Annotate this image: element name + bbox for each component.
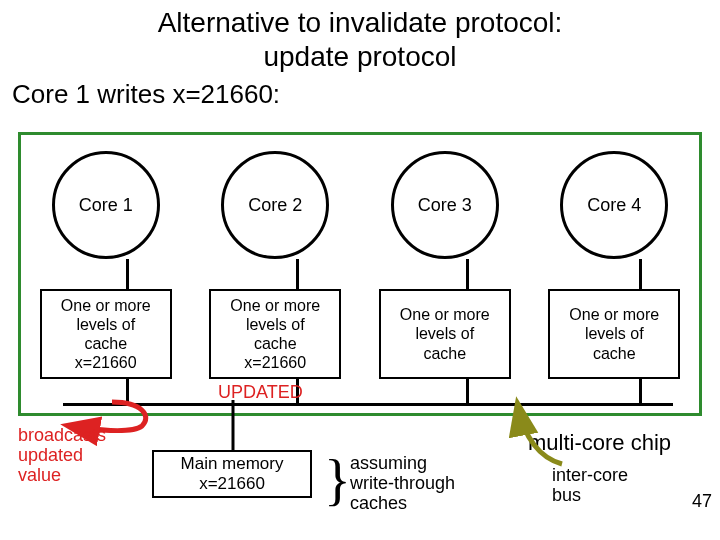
label-text: inter-core [552, 465, 628, 485]
title-line-1: Alternative to invalidate protocol: [158, 7, 563, 38]
label-text: bus [552, 485, 581, 505]
cache-value: x=21660 [75, 353, 137, 372]
label-text: assuming [350, 453, 427, 473]
core-4: Core 4 [560, 151, 668, 259]
connector-line [466, 379, 469, 403]
cache-text: cache [593, 344, 636, 363]
connector-line [639, 379, 642, 403]
caches-row: One or more levels of cache x=21660 One … [21, 289, 699, 379]
cache-text: cache [254, 334, 297, 353]
cache-text: One or more [400, 305, 490, 324]
cache-core-2: One or more levels of cache x=21660 [209, 289, 341, 379]
cache-text: levels of [585, 324, 644, 343]
label-text: write-through [350, 473, 455, 493]
cache-core-3: One or more levels of cache [379, 289, 511, 379]
slide-subtitle: Core 1 writes x=21660: [0, 73, 720, 116]
mem-connector-line [230, 400, 236, 450]
cache-text: One or more [61, 296, 151, 315]
core-3: Core 3 [391, 151, 499, 259]
cache-core-4: One or more levels of cache [548, 289, 680, 379]
label-text: caches [350, 493, 407, 513]
core-1: Core 1 [52, 151, 160, 259]
cache-text: One or more [569, 305, 659, 324]
cache-text: levels of [246, 315, 305, 334]
cache-text: levels of [415, 324, 474, 343]
connector-line [466, 259, 469, 289]
core-2: Core 2 [221, 151, 329, 259]
connector-line [296, 259, 299, 289]
title-line-2: update protocol [263, 41, 456, 72]
label-text: broadcasts [18, 425, 106, 445]
intercore-arrow-icon [500, 398, 580, 468]
cache-value: x=21660 [244, 353, 306, 372]
label-text: value [18, 465, 61, 485]
connector-line [126, 259, 129, 289]
inter-core-bus-label: inter-core bus [552, 466, 628, 506]
slide-title: Alternative to invalidate protocol: upda… [0, 0, 720, 73]
connector-line [639, 259, 642, 289]
page-number: 47 [692, 491, 712, 512]
multicore-chip-box: Core 1 Core 2 Core 3 Core 4 One or more … [18, 132, 702, 416]
cores-row: Core 1 Core 2 Core 3 Core 4 [21, 151, 699, 259]
assuming-label: assuming write-through caches [350, 454, 455, 513]
brace-icon: } [324, 452, 351, 508]
cache-core-1: One or more levels of cache x=21660 [40, 289, 172, 379]
mainmem-label: Main memory [181, 454, 284, 474]
cache-text: cache [84, 334, 127, 353]
broadcasts-label: broadcasts updated value [18, 426, 106, 485]
main-memory-box: Main memory x=21660 [152, 450, 312, 498]
cache-text: levels of [76, 315, 135, 334]
cache-text: One or more [230, 296, 320, 315]
mainmem-value: x=21660 [199, 474, 265, 494]
cache-text: cache [423, 344, 466, 363]
label-text: updated [18, 445, 83, 465]
